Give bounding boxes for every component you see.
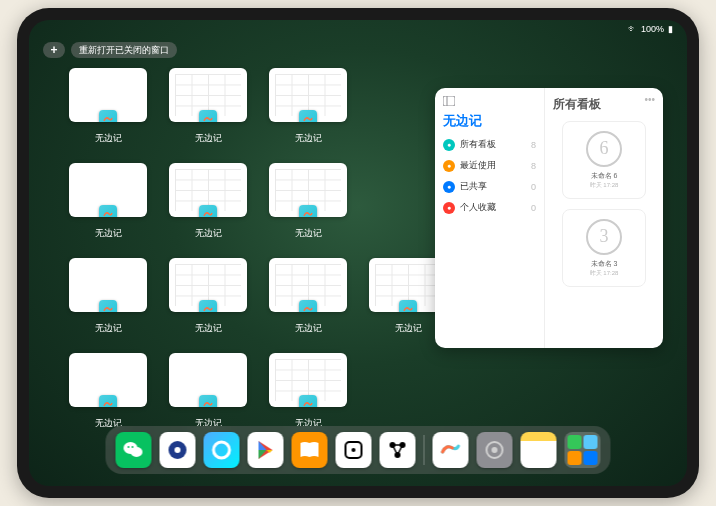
window-thumbnail[interactable] xyxy=(69,68,147,122)
window-label: 无边记 xyxy=(295,322,322,335)
freeform-icon xyxy=(99,205,117,217)
window-thumbnail[interactable] xyxy=(269,163,347,217)
window-label: 无边记 xyxy=(195,322,222,335)
window-thumbnail[interactable] xyxy=(269,353,347,407)
window-thumbnail[interactable] xyxy=(169,163,247,217)
window-label: 无边记 xyxy=(95,132,122,145)
window-card[interactable]: 无边记 xyxy=(165,68,251,145)
svg-rect-0 xyxy=(443,96,455,106)
window-card[interactable]: 无边记 xyxy=(65,258,151,335)
board-sketch: 6 xyxy=(586,131,622,167)
status-bar: ᯤ 100% ▮ xyxy=(29,20,687,38)
dock-app-connect[interactable] xyxy=(380,432,416,468)
window-thumbnail[interactable] xyxy=(269,68,347,122)
battery-label: 100% xyxy=(641,24,664,34)
freeform-icon xyxy=(199,205,217,217)
window-card[interactable]: 无边记 xyxy=(265,163,351,240)
window-card[interactable]: 无边记 xyxy=(265,258,351,335)
freeform-icon xyxy=(299,300,317,312)
svg-point-8 xyxy=(214,442,230,458)
svg-point-5 xyxy=(132,446,134,448)
sidebar-item[interactable]: ●最近使用8 xyxy=(443,159,536,172)
freeform-icon xyxy=(299,395,317,407)
dock-app-qqbrowser[interactable] xyxy=(204,432,240,468)
board-time: 昨天 17:28 xyxy=(590,269,619,278)
window-card[interactable]: 无边记 xyxy=(65,163,151,240)
new-window-button[interactable]: + xyxy=(43,42,65,58)
freeform-window[interactable]: ••• 无边记 ●所有看板8●最近使用8●已共享0●个人收藏0 所有看板 6未命… xyxy=(435,88,663,348)
sidebar-item-count: 8 xyxy=(531,161,536,171)
window-card[interactable]: 无边记 xyxy=(265,68,351,145)
window-thumbnail[interactable] xyxy=(69,163,147,217)
window-thumbnail[interactable] xyxy=(69,353,147,407)
sidebar-app-title: 无边记 xyxy=(443,112,536,130)
freeform-icon xyxy=(199,300,217,312)
window-card[interactable]: 无边记 xyxy=(165,163,251,240)
sidebar-item-label: 已共享 xyxy=(460,180,487,193)
board-name: 未命名 3 xyxy=(591,259,618,269)
window-label: 无边记 xyxy=(295,132,322,145)
more-icon[interactable]: ••• xyxy=(644,94,655,105)
svg-point-18 xyxy=(492,447,498,453)
window-thumbnail[interactable] xyxy=(69,258,147,312)
ipad-device: ᯤ 100% ▮ + 重新打开已关闭的窗口 无边记无边记无边记无边记无边记无边记… xyxy=(17,8,699,498)
sidebar-item-label: 个人收藏 xyxy=(460,201,496,214)
heart-icon: ● xyxy=(443,202,455,214)
window-label: 无边记 xyxy=(95,322,122,335)
sidebar-item[interactable]: ●个人收藏0 xyxy=(443,201,536,214)
dock-app-quark[interactable] xyxy=(160,432,196,468)
sidebar-toggle-icon[interactable] xyxy=(443,96,536,106)
window-label: 无边记 xyxy=(195,227,222,240)
reopen-closed-window-button[interactable]: 重新打开已关闭的窗口 xyxy=(71,42,177,58)
window-thumbnail[interactable] xyxy=(169,258,247,312)
freeform-icon xyxy=(299,205,317,217)
dock-app-play[interactable] xyxy=(248,432,284,468)
dock xyxy=(106,426,611,474)
window-card[interactable]: 无边记 xyxy=(65,68,151,145)
dock-app-dice[interactable] xyxy=(336,432,372,468)
sidebar-item[interactable]: ●所有看板8 xyxy=(443,138,536,151)
window-thumbnail[interactable] xyxy=(269,258,347,312)
board-card[interactable]: 3未命名 3昨天 17:28 xyxy=(562,209,646,287)
dock-app-library[interactable] xyxy=(565,432,601,468)
window-card[interactable]: 无边记 xyxy=(65,353,151,430)
window-label: 无边记 xyxy=(395,322,422,335)
sidebar-item-label: 所有看板 xyxy=(460,138,496,151)
window-card[interactable]: 无边记 xyxy=(265,353,351,430)
window-card[interactable]: 无边记 xyxy=(165,353,251,430)
freeform-icon xyxy=(399,300,417,312)
grid-icon: ● xyxy=(443,139,455,151)
app-switcher-grid: 无边记无边记无边记无边记无边记无边记无边记无边记无边记无边记无边记无边记无边记 xyxy=(65,68,451,430)
window-thumbnail[interactable] xyxy=(169,68,247,122)
board-card[interactable]: 6未命名 6昨天 17:28 xyxy=(562,121,646,199)
window-label: 无边记 xyxy=(195,132,222,145)
battery-icon: ▮ xyxy=(668,24,673,34)
dock-separator xyxy=(424,435,425,465)
svg-point-3 xyxy=(131,447,143,457)
boards-title: 所有看板 xyxy=(553,96,655,113)
screen: ᯤ 100% ▮ + 重新打开已关闭的窗口 无边记无边记无边记无边记无边记无边记… xyxy=(29,20,687,486)
window-thumbnail[interactable] xyxy=(169,353,247,407)
window-label: 无边记 xyxy=(295,227,322,240)
dock-app-freeform[interactable] xyxy=(433,432,469,468)
dock-app-settings[interactable] xyxy=(477,432,513,468)
dock-app-books[interactable] xyxy=(292,432,328,468)
freeform-icon xyxy=(199,395,217,407)
sidebar-item-count: 8 xyxy=(531,140,536,150)
board-name: 未命名 6 xyxy=(591,171,618,181)
svg-point-7 xyxy=(175,447,181,453)
clock-icon: ● xyxy=(443,160,455,172)
svg-point-4 xyxy=(128,446,130,448)
sidebar-item-count: 0 xyxy=(531,203,536,213)
people-icon: ● xyxy=(443,181,455,193)
sidebar-item[interactable]: ●已共享0 xyxy=(443,180,536,193)
freeform-icon xyxy=(299,110,317,122)
freeform-icon xyxy=(99,395,117,407)
dock-app-notes[interactable] xyxy=(521,432,557,468)
window-card[interactable]: 无边记 xyxy=(165,258,251,335)
sidebar-item-count: 0 xyxy=(531,182,536,192)
board-time: 昨天 17:28 xyxy=(590,181,619,190)
window-label: 无边记 xyxy=(95,227,122,240)
dock-app-wechat[interactable] xyxy=(116,432,152,468)
freeform-icon xyxy=(99,300,117,312)
